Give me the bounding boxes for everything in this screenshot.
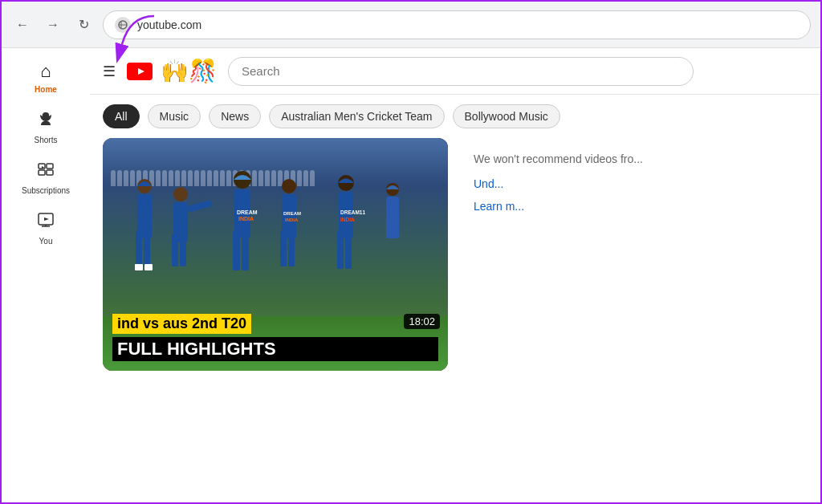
search-bar[interactable] (228, 57, 694, 86)
svg-text:DREAM: DREAM (283, 211, 301, 216)
svg-rect-6 (39, 170, 45, 175)
chip-news[interactable]: News (209, 104, 261, 128)
hamburger-button[interactable]: ☰ (103, 63, 116, 80)
sidebar-label-home: Home (35, 85, 57, 94)
svg-text:DREAM11: DREAM11 (340, 209, 365, 215)
shorts-icon (37, 110, 55, 132)
svg-rect-23 (180, 234, 186, 266)
home-icon: ⌂ (40, 61, 51, 82)
svg-rect-19 (144, 264, 153, 270)
sidebar-item-you[interactable]: You (2, 205, 90, 252)
site-icon (115, 17, 131, 33)
svg-marker-10 (44, 217, 49, 221)
svg-text:INDIA: INDIA (238, 216, 254, 222)
svg-marker-13 (138, 68, 144, 75)
main-content: ☰ 🙌🎊 All Music News Australian Men's Cri (90, 48, 820, 504)
refresh-button[interactable]: ↻ (72, 14, 95, 36)
emoji-hands: 🙌🎊 (161, 58, 217, 84)
no-recommend-text: We won't recommend videos fro... (474, 151, 795, 168)
svg-rect-28 (242, 230, 249, 270)
right-panel: We won't recommend videos fro... Und... … (461, 138, 808, 371)
overlay-title-1: ind vs aus 2nd T20 (112, 314, 251, 334)
svg-rect-40 (345, 230, 352, 269)
yt-logo[interactable]: 🙌🎊 (127, 58, 217, 84)
svg-rect-34 (288, 230, 295, 266)
video-card[interactable]: DREAM INDIA DREAM INDI (103, 138, 448, 371)
svg-text:INDIA: INDIA (340, 217, 355, 222)
svg-rect-44 (386, 197, 399, 238)
sidebar-label-shorts: Shorts (35, 136, 58, 144)
thumbnail-wrapper: DREAM INDIA DREAM INDI (103, 138, 448, 371)
sidebar-item-home[interactable]: ⌂ Home (2, 55, 90, 100)
svg-point-31 (282, 179, 296, 193)
svg-text:INDIA: INDIA (285, 217, 299, 222)
sidebar-item-subscriptions[interactable]: Subscriptions (2, 154, 90, 201)
svg-rect-7 (47, 170, 53, 175)
subscriptions-icon (37, 161, 55, 183)
browser-chrome: ← → ↻ youtube.com (2, 2, 820, 48)
svg-rect-39 (337, 230, 344, 269)
emoji-overlay: 🙌🎊 (157, 58, 217, 84)
sidebar-label-you: You (39, 237, 53, 246)
svg-rect-5 (47, 164, 53, 169)
yt-logo-icon (127, 63, 153, 80)
you-icon (37, 211, 55, 234)
chip-music[interactable]: Music (148, 104, 201, 128)
svg-rect-17 (144, 230, 150, 266)
search-input[interactable] (242, 64, 680, 78)
svg-rect-27 (233, 230, 240, 270)
overlay-title-2: FULL HIGHLIGHTS (112, 337, 438, 361)
chip-bollywood[interactable]: Bollywood Music (453, 104, 560, 128)
svg-rect-24 (187, 200, 212, 212)
forward-button[interactable]: → (42, 14, 64, 36)
svg-text:DREAM: DREAM (237, 209, 258, 215)
svg-point-20 (173, 187, 188, 201)
learn-more-link[interactable]: Learn m... (474, 200, 795, 213)
svg-rect-18 (135, 264, 143, 270)
svg-rect-33 (280, 230, 287, 266)
sidebar-label-subscriptions: Subscriptions (22, 186, 70, 195)
svg-rect-16 (136, 230, 142, 266)
duration-badge: 18:02 (404, 314, 440, 329)
yt-layout: ⌂ Home Shorts Subscriptions (2, 48, 820, 504)
video-grid: DREAM INDIA DREAM INDI (90, 138, 820, 371)
url-text: youtube.com (137, 18, 201, 31)
address-bar[interactable]: youtube.com (103, 10, 811, 39)
sidebar-item-shorts[interactable]: Shorts (2, 104, 90, 151)
yt-topbar: ☰ 🙌🎊 (90, 48, 820, 95)
filter-chips: All Music News Australian Men's Cricket … (90, 95, 820, 138)
video-overlay-bottom: ind vs aus 2nd T20 FULL HIGHLIGHTS (103, 307, 448, 371)
back-button[interactable]: ← (11, 14, 34, 36)
sidebar: ⌂ Home Shorts Subscriptions (2, 48, 90, 504)
undo-link[interactable]: Und... (474, 177, 795, 190)
players-svg: DREAM INDIA DREAM INDI (119, 162, 432, 323)
svg-rect-22 (172, 234, 178, 266)
chip-all[interactable]: All (103, 104, 140, 128)
chip-cricket[interactable]: Australian Men's Cricket Team (269, 104, 444, 128)
